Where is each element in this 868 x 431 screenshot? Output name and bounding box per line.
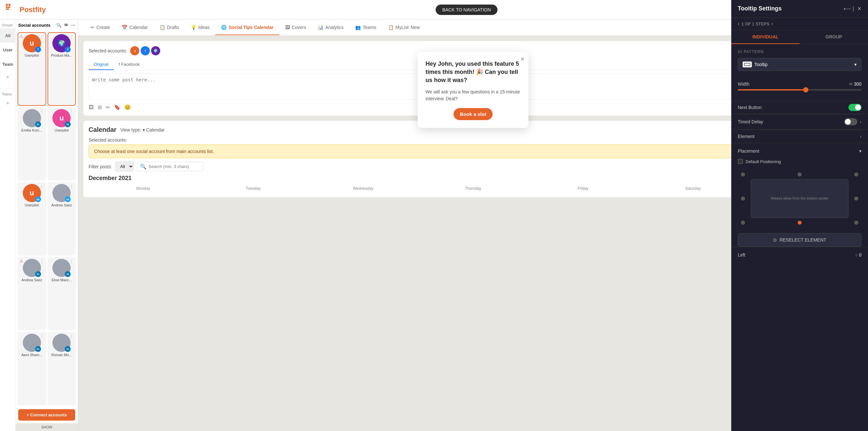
reselect-label: RESELECT ELEMENT: [779, 237, 826, 243]
add-team-button[interactable]: +: [0, 97, 15, 109]
sidebar: Groups: All User Team + Teams: + Social …: [0, 20, 78, 431]
group-user[interactable]: User: [0, 43, 16, 57]
logo-text: Postfity: [20, 5, 46, 14]
account-name-2: Product Ma...: [51, 53, 72, 57]
account-card-7[interactable]: in ⚠ ⋮ Andrea Saez: [18, 257, 46, 331]
account-card-2[interactable]: 🌍 f ⋮ Product Ma...: [48, 32, 76, 106]
close-icon[interactable]: ✕: [857, 5, 862, 12]
logo-area: Postfity: [0, 3, 78, 17]
accounts-panel: Social accounts 🔍 👁 ⋯ u f ⚠ ⋮ Userpilot: [16, 20, 78, 431]
add-group-button[interactable]: +: [0, 71, 15, 83]
left-l-label: L: [856, 253, 858, 257]
account-grid: u f ⚠ ⋮ Userpilot 🌍 f ⋮ Product Ma...: [16, 31, 78, 407]
pos-dot-top-center[interactable]: [798, 173, 802, 177]
element-row[interactable]: Element ›: [738, 129, 862, 143]
account-card-4[interactable]: u in ⋮ Userpilot: [48, 107, 76, 181]
account-more-2[interactable]: ⋮: [69, 34, 74, 39]
pos-dot-top-right[interactable]: [854, 173, 858, 177]
collapse-icon[interactable]: ⟵ |: [844, 5, 854, 12]
tooltip-close-button[interactable]: ✕: [520, 56, 525, 62]
left-value: L 0: [856, 252, 862, 257]
next-button-toggle[interactable]: [848, 104, 862, 111]
width-section: Width W 300: [731, 76, 868, 101]
tooltip-modal: ✕ Hey John, you used this feature 5 time…: [418, 52, 528, 128]
account-avatar-7: in: [23, 259, 41, 277]
placement-label: Placement: [738, 149, 759, 154]
account-more-10[interactable]: ⋮: [69, 334, 74, 339]
account-card-9[interactable]: in ⋮ Awni Sham...: [18, 332, 46, 405]
next-button-toggle-thumb: [855, 104, 861, 110]
pos-dot-mid-right[interactable]: [854, 196, 858, 201]
account-badge-in-8: in: [65, 271, 71, 277]
next-step-button[interactable]: ›: [771, 21, 773, 27]
pos-dot-bot-right[interactable]: [854, 221, 858, 225]
tab-group[interactable]: GROUP: [800, 30, 868, 44]
width-label: Width: [738, 82, 749, 87]
group-team[interactable]: Team: [0, 57, 16, 71]
account-card-3[interactable]: in ⋮ Emilia Korc...: [18, 107, 46, 181]
placement-section: Placement ▾ Default Positioning Always s…: [731, 143, 868, 233]
timed-delay-toggle[interactable]: [844, 118, 857, 125]
account-more-6[interactable]: ⋮: [69, 184, 74, 189]
reselect-icon: ⊙: [773, 237, 777, 243]
pos-dot-mid-left[interactable]: [741, 196, 745, 201]
account-card-5[interactable]: u tw ⋮ Userpilot: [18, 182, 46, 255]
default-positioning-label: Default Positioning: [746, 159, 781, 164]
always-show-text: Always show from the bottom center: [771, 196, 828, 202]
reselect-element-button[interactable]: ⊙ RESELECT ELEMENT: [738, 233, 862, 247]
account-card-10[interactable]: in ⋮ Roman Mo...: [48, 332, 76, 405]
account-name-10: Roman Mo...: [52, 353, 72, 357]
show-button[interactable]: SHOW: [16, 423, 78, 431]
left-section: Left L 0: [731, 247, 868, 263]
account-more-8[interactable]: ⋮: [69, 259, 74, 264]
connect-accounts-button[interactable]: + Connect accounts: [18, 409, 75, 421]
account-more-9[interactable]: ⋮: [40, 334, 44, 339]
account-card-6[interactable]: tw ⋮ Andrea Saez: [48, 182, 76, 255]
ui-pattern-dropdown[interactable]: Tooltip ▾: [738, 58, 862, 71]
timed-delay-toggle-thumb: [845, 119, 851, 125]
account-warn-7: ⚠: [20, 259, 23, 264]
account-card-1[interactable]: u f ⚠ ⋮ Userpilot: [18, 32, 46, 106]
account-more-5[interactable]: ⋮: [40, 184, 44, 189]
default-positioning-checkbox[interactable]: [738, 159, 743, 164]
more-icon[interactable]: ⋯: [71, 23, 75, 28]
timed-delay-row[interactable]: Timed Delay ›: [738, 114, 862, 129]
position-grid: Always show from the bottom center: [738, 169, 862, 228]
group-all[interactable]: All: [0, 28, 16, 43]
book-slot-button[interactable]: Book a slot: [454, 108, 493, 120]
tab-individual[interactable]: INDIVIDUAL: [731, 30, 800, 44]
panel-tabs: INDIVIDUAL GROUP: [731, 30, 868, 44]
width-value: W 300: [849, 82, 862, 87]
timed-delay-expand-arrow: ›: [860, 119, 862, 124]
placement-title[interactable]: Placement ▾: [738, 149, 862, 154]
tooltip-wrapper: ✕ Hey John, you used this feature 5 time…: [418, 52, 528, 128]
accounts-header: Social accounts 🔍 👁 ⋯: [16, 20, 78, 31]
account-card-8[interactable]: in ⋮ Elise Mare...: [48, 257, 76, 331]
pos-dot-bot-left[interactable]: [741, 221, 745, 225]
account-avatar-5: u tw: [23, 184, 41, 202]
account-name-6: Andrea Saez: [51, 203, 72, 207]
tooltip-body: We will ask you a few questions in a 15-…: [426, 89, 521, 102]
eye-icon[interactable]: 👁: [64, 23, 68, 28]
ui-pattern-label: UI PATTERN: [738, 50, 862, 54]
pos-dot-top-left[interactable]: [741, 173, 745, 177]
width-number: 300: [854, 82, 862, 87]
width-slider-thumb[interactable]: [803, 87, 808, 92]
account-avatar-10: in: [53, 334, 71, 352]
prev-step-button[interactable]: ‹: [738, 21, 739, 27]
account-more-1[interactable]: ⋮: [40, 34, 44, 39]
account-more-7[interactable]: ⋮: [40, 259, 44, 264]
width-slider[interactable]: [738, 89, 862, 91]
account-more-3[interactable]: ⋮: [40, 109, 44, 114]
pos-dot-bot-center[interactable]: [798, 221, 802, 225]
account-warn-1: ⚠: [20, 34, 23, 39]
svg-rect-3: [6, 8, 9, 10]
panel-title: Tooltip Settings: [738, 5, 782, 12]
account-badge-tw-6: tw: [65, 196, 71, 202]
panel-header-icons: ⟵ | ✕: [844, 5, 862, 12]
svg-rect-0: [6, 4, 8, 6]
search-icon[interactable]: 🔍: [56, 23, 62, 28]
placement-expand-arrow: ▾: [859, 149, 862, 154]
account-more-4[interactable]: ⋮: [69, 109, 74, 114]
back-to-navigation-button[interactable]: BACK TO NAVIGATION: [436, 5, 497, 15]
